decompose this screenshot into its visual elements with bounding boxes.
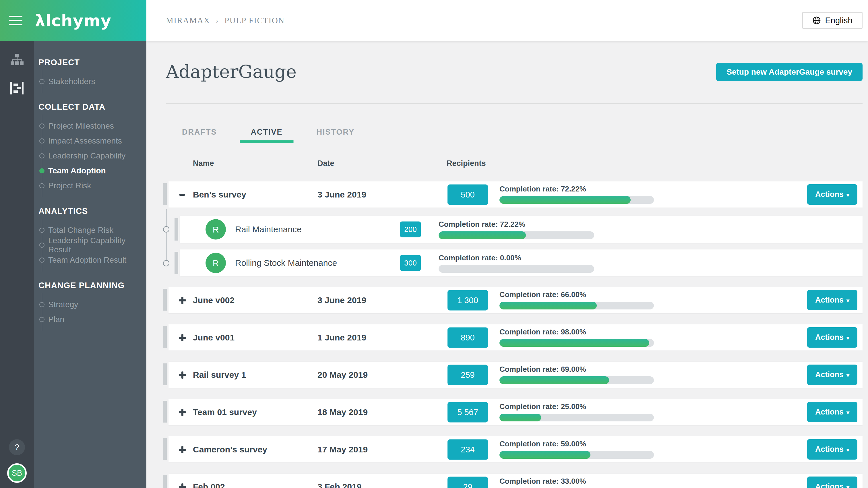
- progress-fill: [499, 414, 541, 421]
- recipients-badge: 259: [447, 365, 488, 385]
- row-drag-handle[interactable]: [163, 363, 167, 385]
- survey-date: 20 May 2019: [317, 370, 368, 380]
- progress-track: [499, 451, 654, 459]
- expand-toggle[interactable]: [178, 371, 187, 379]
- user-avatar[interactable]: SB: [7, 463, 27, 483]
- row-drag-handle[interactable]: [163, 183, 167, 205]
- expand-toggle[interactable]: [178, 445, 187, 454]
- group-name: Rolling Stock Maintenance: [235, 258, 337, 268]
- completion-rate-label: Completion rate: 72.22%: [499, 185, 654, 193]
- actions-button[interactable]: Actions▾: [807, 184, 857, 205]
- subrow-drag-handle[interactable]: [175, 218, 178, 241]
- breadcrumb-item-pulp-fiction[interactable]: PULP FICTION: [224, 16, 284, 25]
- completion-rate-label: Completion rate: 0.00%: [439, 253, 594, 263]
- recipients-badge: 300: [400, 255, 421, 271]
- column-header-date: Date: [317, 159, 334, 168]
- completion-block: Completion rate: 25.00%: [499, 402, 654, 421]
- progress-track: [439, 265, 594, 273]
- row-drag-handle[interactable]: [163, 326, 167, 348]
- plus-icon: [178, 333, 187, 342]
- recipients-badge: 890: [447, 327, 488, 347]
- actions-button[interactable]: Actions▾: [807, 290, 857, 310]
- hamburger-menu-icon[interactable]: [9, 16, 22, 25]
- survey-row: Feb 002 3 Feb 2019 29 Completion rate: 3…: [163, 474, 863, 488]
- org-chart-icon[interactable]: [10, 53, 24, 67]
- row-drag-handle[interactable]: [163, 476, 167, 488]
- actions-button[interactable]: Actions▾: [807, 402, 857, 422]
- row-drag-handle[interactable]: [163, 438, 167, 460]
- sidebar-item-leadership-capability-result[interactable]: Leadership Capability Result: [34, 238, 146, 253]
- sidebar-section: ANALYTICS Total Change RiskLeadership Ca…: [34, 206, 146, 268]
- connector-dot: [163, 226, 169, 233]
- topbar: MIRAMAX › PULP FICTION English: [146, 0, 868, 41]
- sidebar-item-project-risk[interactable]: Project Risk: [34, 178, 146, 193]
- gantt-timeline-icon[interactable]: [10, 81, 24, 96]
- sidebar-item-stakeholders[interactable]: Stakeholders: [34, 74, 146, 89]
- completion-rate-label: Completion rate: 98.00%: [499, 328, 654, 336]
- recipients-badge: 29: [447, 477, 488, 488]
- expand-toggle[interactable]: [178, 333, 187, 342]
- sidebar-item-leadership-capability[interactable]: Leadership Capability: [34, 148, 146, 163]
- sidebar-item-impact-assessments[interactable]: Impact Assessments: [34, 133, 146, 148]
- expand-toggle[interactable]: [178, 190, 187, 199]
- sidebar-section: PROJECT Stakeholders: [34, 58, 146, 89]
- sidebar: PROJECT Stakeholders COLLECT DATA Projec…: [34, 0, 146, 488]
- actions-button[interactable]: Actions▾: [807, 439, 857, 460]
- tab-drafts[interactable]: DRAFTS: [182, 128, 217, 143]
- row-drag-handle[interactable]: [163, 401, 167, 423]
- sidebar-section-title: CHANGE PLANNING: [38, 281, 146, 290]
- completion-block: Completion rate: 66.00%: [499, 290, 654, 309]
- breadcrumb-item-miramax[interactable]: MIRAMAX: [166, 16, 210, 25]
- page-title: AdapterGauge: [166, 61, 297, 82]
- recipients-badge: 5 567: [447, 402, 488, 422]
- survey-list: Ben’s survey 3 June 2019 500 Completion …: [163, 181, 863, 488]
- tab-active[interactable]: ACTIVE: [251, 128, 283, 143]
- survey-date: 3 June 2019: [317, 295, 366, 305]
- survey-name: June v001: [193, 333, 235, 342]
- actions-button[interactable]: Actions▾: [807, 365, 857, 385]
- chevron-down-icon: ▾: [846, 447, 849, 453]
- sidebar-item-project-milestones[interactable]: Project Milestones: [34, 119, 146, 133]
- expand-toggle[interactable]: [178, 408, 187, 417]
- survey-name: Cameron’s survey: [193, 445, 267, 454]
- expand-toggle[interactable]: [178, 296, 187, 305]
- expand-toggle[interactable]: [178, 483, 187, 488]
- sidebar-item-team-adoption[interactable]: Team Adoption: [34, 163, 146, 178]
- main-content: AdapterGauge Setup new AdapterGauge surv…: [146, 41, 868, 488]
- sidebar-item-plan[interactable]: Plan: [34, 312, 146, 327]
- chevron-down-icon: ▾: [846, 297, 849, 304]
- plus-icon: [178, 371, 187, 379]
- survey-row: Ben’s survey 3 June 2019 500 Completion …: [163, 181, 863, 208]
- subrow-drag-handle[interactable]: [175, 252, 178, 274]
- recipients-badge: 1 300: [447, 290, 488, 310]
- actions-button[interactable]: Actions▾: [807, 477, 857, 488]
- column-header-name: Name: [193, 159, 214, 168]
- sidebar-item-team-adoption-result[interactable]: Team Adoption Result: [34, 253, 146, 268]
- row-drag-handle[interactable]: [163, 289, 167, 311]
- survey-row: Team 01 survey 18 May 2019 5 567 Complet…: [163, 399, 863, 425]
- survey-date: 1 June 2019: [317, 333, 366, 342]
- minus-icon: [178, 190, 187, 199]
- completion-rate-label: Completion rate: 66.00%: [499, 290, 654, 299]
- progress-fill: [499, 339, 649, 347]
- sidebar-section-title: ANALYTICS: [38, 206, 146, 216]
- app-window: ? SB PROJECT Stakeholders COLLECT DATA P…: [0, 0, 868, 488]
- breadcrumb-separator-icon: ›: [216, 17, 219, 25]
- language-button[interactable]: English: [802, 12, 863, 29]
- sidebar-item-total-change-risk[interactable]: Total Change Risk: [34, 223, 146, 238]
- tab-history[interactable]: HISTORY: [317, 128, 355, 143]
- sidebar-item-strategy[interactable]: Strategy: [34, 297, 146, 312]
- connector-line: [166, 209, 166, 263]
- chevron-down-icon: ▾: [846, 484, 849, 488]
- setup-new-survey-button[interactable]: Setup new AdapterGauge survey: [716, 63, 863, 81]
- actions-button[interactable]: Actions▾: [807, 327, 857, 347]
- survey-row: June v001 1 June 2019 890 Completion rat…: [163, 324, 863, 350]
- progress-track: [499, 414, 654, 421]
- survey-name: Team 01 survey: [193, 407, 257, 417]
- sidebar-section-title: COLLECT DATA: [38, 102, 146, 112]
- completion-rate-label: Completion rate: 59.00%: [499, 439, 654, 448]
- plus-icon: [178, 296, 187, 305]
- help-button[interactable]: ?: [9, 439, 25, 455]
- globe-icon: [812, 16, 821, 25]
- progress-fill: [499, 196, 631, 204]
